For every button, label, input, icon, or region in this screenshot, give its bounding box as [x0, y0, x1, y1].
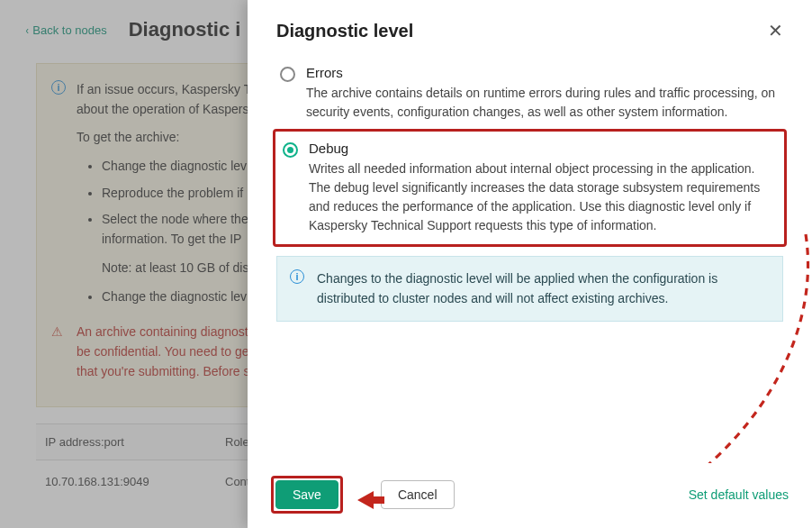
option-debug[interactable]: Debug Writes all needed information abou…: [279, 135, 780, 241]
svg-marker-0: [357, 491, 384, 509]
distribution-note: i Changes to the diagnostic level will b…: [276, 256, 783, 322]
option-errors[interactable]: Errors The archive contains details on r…: [276, 59, 783, 132]
option-label: Debug: [309, 141, 777, 156]
save-button[interactable]: Save: [275, 480, 338, 509]
info-icon: i: [290, 269, 304, 284]
close-button[interactable]: ✕: [762, 18, 789, 43]
radio-selected-icon[interactable]: [283, 142, 298, 158]
note-text: Changes to the diagnostic level will be …: [317, 271, 717, 305]
annotation-arrowhead: [356, 483, 384, 506]
diagnostic-level-modal: Diagnostic level ✕ Errors The archive co…: [248, 0, 812, 528]
close-icon: ✕: [768, 21, 783, 41]
modal-title: Diagnostic level: [276, 21, 413, 41]
set-default-values-link[interactable]: Set default values: [689, 487, 789, 502]
radio-unselected-icon[interactable]: [280, 67, 295, 82]
option-label: Errors: [306, 65, 780, 80]
cancel-button[interactable]: Cancel: [381, 480, 455, 509]
annotation-highlight-save: Save: [271, 476, 343, 514]
option-description: Writes all needed information about inte…: [309, 159, 777, 235]
option-description: The archive contains details on runtime …: [306, 84, 780, 122]
annotation-highlight-debug: Debug Writes all needed information abou…: [273, 129, 787, 247]
